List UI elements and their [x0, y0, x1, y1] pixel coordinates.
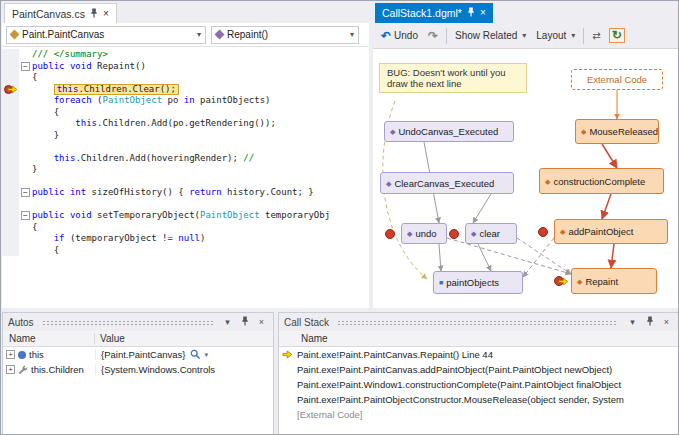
- breakpoint-gutter[interactable]: [2, 233, 19, 245]
- graph-node-repaint[interactable]: ◆Repaint: [571, 268, 657, 294]
- code-line[interactable]: −public int sizeOfHistory() { return his…: [2, 187, 369, 199]
- graph-node-undoExec[interactable]: ◆UndoCanvas_Executed: [384, 121, 514, 142]
- fold-gutter[interactable]: −: [19, 61, 32, 73]
- tab-paintcanvas-cs[interactable]: PaintCanvas.cs ×: [4, 3, 117, 23]
- graph-node-external[interactable]: External Code: [571, 69, 663, 90]
- sync-graph-toggle[interactable]: ↻: [609, 28, 625, 43]
- close-icon[interactable]: ×: [103, 9, 109, 19]
- fold-gutter[interactable]: [19, 95, 32, 107]
- callstack-frame[interactable]: Paint.exe!Paint.PaintCanvas.Repaint() Li…: [279, 347, 678, 362]
- breakpoint-gutter[interactable]: [2, 61, 19, 73]
- drag-grip[interactable]: [337, 320, 618, 325]
- undo-button[interactable]: ↶ Undo: [379, 29, 420, 42]
- breakpoint-gutter[interactable]: [2, 84, 19, 96]
- code-line[interactable]: [2, 176, 369, 188]
- breakpoint-gutter[interactable]: [2, 222, 19, 234]
- fold-gutter[interactable]: [19, 199, 32, 211]
- code-line[interactable]: this.Children.Add(po.getRendering());: [2, 118, 369, 130]
- column-header-name[interactable]: Name: [3, 333, 95, 344]
- breakpoint-gutter[interactable]: [2, 49, 19, 61]
- breakpoint-gutter[interactable]: [2, 199, 19, 211]
- code-line[interactable]: }: [2, 130, 369, 142]
- code-line[interactable]: {: [2, 107, 369, 119]
- tab-callstack-dgml[interactable]: CallStack1.dgml* ×: [375, 3, 493, 23]
- close-icon[interactable]: ×: [480, 8, 486, 18]
- breakpoint-gutter[interactable]: [2, 72, 19, 84]
- code-line[interactable]: this.Children.Clear();: [2, 84, 369, 96]
- callstack-frame[interactable]: Paint.exe!Paint.Window1.constructionComp…: [279, 377, 678, 392]
- fold-gutter[interactable]: [19, 141, 32, 153]
- fold-gutter[interactable]: [19, 164, 32, 176]
- breakpoint-icon[interactable]: [538, 227, 548, 237]
- graph-node-mouseReleased[interactable]: ◆MouseReleased: [575, 119, 659, 144]
- graph-node-paintObjects[interactable]: ■paintObjects: [433, 271, 523, 294]
- breakpoint-gutter[interactable]: [2, 107, 19, 119]
- magnifier-icon[interactable]: [190, 349, 201, 360]
- fold-gutter[interactable]: [19, 118, 32, 130]
- fold-gutter[interactable]: [19, 233, 32, 245]
- fold-gutter[interactable]: −: [19, 187, 32, 199]
- column-header-name[interactable]: Name: [279, 333, 328, 344]
- callstack-frame[interactable]: Paint.exe!Paint.PaintObjectConstructor.M…: [279, 392, 678, 407]
- breakpoint-gutter[interactable]: [2, 164, 19, 176]
- code-line[interactable]: [2, 199, 369, 211]
- graph-node-clearExec[interactable]: ◆ClearCanvas_Executed: [380, 172, 514, 194]
- breakpoint-gutter[interactable]: [2, 95, 19, 107]
- graph-comment-note[interactable]: BUG: Doesn't work until you draw the nex…: [379, 63, 527, 93]
- autos-row[interactable]: +this{Paint.PaintCanvas}▾: [3, 347, 273, 362]
- layout-dropdown[interactable]: Layout ▾: [534, 29, 577, 42]
- redo-button[interactable]: ↷: [426, 30, 440, 42]
- breakpoint-gutter[interactable]: [2, 245, 19, 257]
- fold-gutter[interactable]: [19, 72, 32, 84]
- breakpoint-gutter[interactable]: [2, 176, 19, 188]
- member-dropdown[interactable]: Repaint() ▾: [211, 26, 359, 44]
- code-line[interactable]: {: [2, 72, 369, 84]
- graph-node-addPaint[interactable]: ◆addPaintObject: [554, 219, 668, 244]
- breakpoint-gutter[interactable]: [2, 187, 19, 199]
- fold-collapse-icon[interactable]: −: [21, 62, 30, 71]
- show-related-dropdown[interactable]: Show Related ▾: [453, 29, 528, 42]
- code-line[interactable]: this.Children.Add(hoveringRender); //: [2, 153, 369, 165]
- fold-collapse-icon[interactable]: −: [21, 188, 30, 197]
- autos-header[interactable]: Name Value: [3, 331, 273, 347]
- graph-canvas[interactable]: External Code◆UndoCanvas_Executed◆MouseR…: [373, 49, 679, 308]
- breakpoint-gutter[interactable]: [2, 130, 19, 142]
- window-position-icon[interactable]: ▾: [626, 317, 639, 327]
- code-line[interactable]: {: [2, 245, 369, 257]
- chevron-down-icon[interactable]: ▾: [205, 351, 209, 359]
- expand-icon[interactable]: +: [6, 365, 15, 374]
- zoom-fit-icon[interactable]: ⇄: [590, 29, 602, 42]
- graph-node-undo[interactable]: ◆undo: [401, 223, 447, 244]
- code-line[interactable]: {: [2, 222, 369, 234]
- pin-icon[interactable]: [90, 8, 98, 20]
- expand-icon[interactable]: +: [6, 350, 15, 359]
- fold-gutter[interactable]: −: [19, 210, 32, 222]
- breakpoint-gutter[interactable]: [2, 210, 19, 222]
- column-header-value[interactable]: Value: [95, 333, 273, 344]
- graph-node-clear[interactable]: ◆clear: [465, 223, 517, 244]
- autos-row[interactable]: +this.Children{System.Windows.Controls: [3, 362, 273, 377]
- type-dropdown[interactable]: Paint.PaintCanvas ▾: [6, 26, 206, 44]
- fold-gutter[interactable]: [19, 222, 32, 234]
- code-editor[interactable]: /// </summary>−public void Repaint(){ th…: [2, 47, 369, 308]
- breakpoint-gutter[interactable]: [2, 153, 19, 165]
- fold-gutter[interactable]: [19, 84, 32, 96]
- drag-grip[interactable]: [42, 320, 213, 325]
- code-line[interactable]: −public void Repaint(): [2, 61, 369, 73]
- breakpoint-icon[interactable]: [385, 229, 395, 239]
- close-icon[interactable]: ×: [255, 317, 268, 327]
- code-line[interactable]: if (temporaryObject != null): [2, 233, 369, 245]
- window-position-icon[interactable]: ▾: [221, 317, 234, 327]
- fold-collapse-icon[interactable]: −: [21, 211, 30, 220]
- breakpoint-icon[interactable]: [449, 229, 459, 239]
- fold-gutter[interactable]: [19, 130, 32, 142]
- close-icon[interactable]: ×: [660, 317, 673, 327]
- code-line[interactable]: /// </summary>: [2, 49, 369, 61]
- graph-node-construction[interactable]: ◆constructionComplete: [539, 168, 664, 194]
- vertical-splitter-top[interactable]: [369, 2, 373, 308]
- fold-gutter[interactable]: [19, 49, 32, 61]
- pin-icon[interactable]: [467, 7, 475, 19]
- callstack-frame[interactable]: [External Code]: [279, 407, 678, 422]
- code-line[interactable]: −public void setTemporaryObject(PaintObj…: [2, 210, 369, 222]
- fold-gutter[interactable]: [19, 176, 32, 188]
